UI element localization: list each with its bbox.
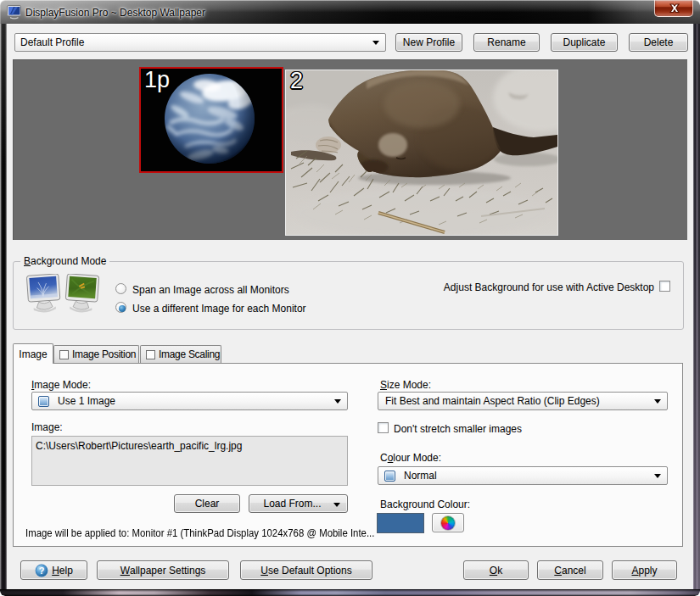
svg-text:?: ? [39, 565, 45, 576]
